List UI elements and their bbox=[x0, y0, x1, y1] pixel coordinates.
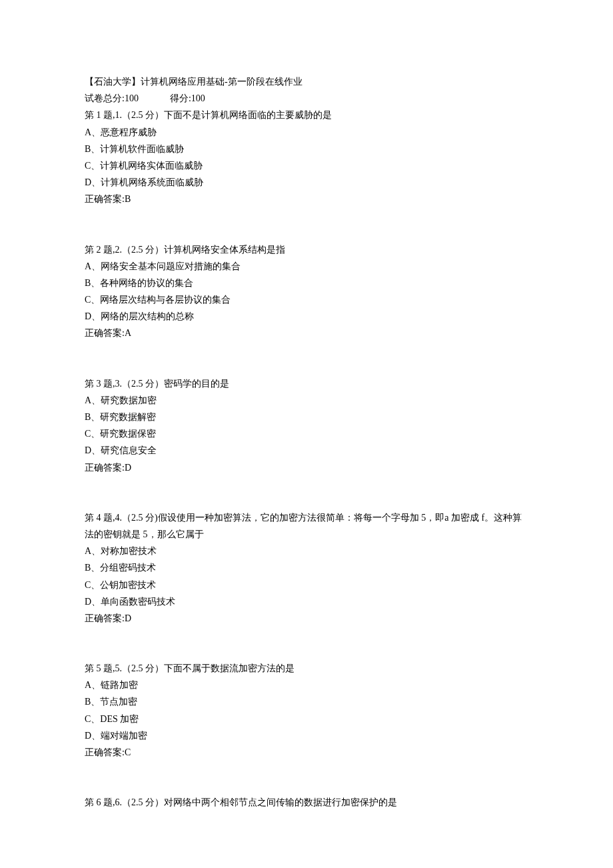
question-option: C、DES 加密 bbox=[85, 711, 528, 727]
score-line: 试卷总分:100 得分:100 bbox=[85, 90, 528, 107]
question-option: B、各种网络的协议的集合 bbox=[85, 275, 528, 291]
question-option: B、研究数据解密 bbox=[85, 409, 528, 425]
question-option: A、网络安全基本问题应对措施的集合 bbox=[85, 258, 528, 275]
document-title: 【石油大学】计算机网络应用基础-第一阶段在线作业 bbox=[85, 73, 528, 90]
question-option: C、网络层次结构与各层协议的集合 bbox=[85, 291, 528, 308]
question-answer: 正确答案:D bbox=[85, 610, 528, 627]
question-header: 第 2 题,2.（2.5 分）计算机网络安全体系结构是指 bbox=[85, 241, 528, 258]
obtained-score-label: 得分:100 bbox=[170, 93, 205, 103]
question-block: 第 5 题,5.（2.5 分）下面不属于数据流加密方法的是A、链路加密B、节点加… bbox=[85, 660, 528, 761]
question-block: 第 2 题,2.（2.5 分）计算机网络安全体系结构是指A、网络安全基本问题应对… bbox=[85, 241, 528, 342]
question-option: B、计算机软件面临威胁 bbox=[85, 141, 528, 157]
question-option: A、对称加密技术 bbox=[85, 543, 528, 559]
question-option: C、计算机网络实体面临威胁 bbox=[85, 157, 528, 174]
question-header: 第 5 题,5.（2.5 分）下面不属于数据流加密方法的是 bbox=[85, 660, 528, 677]
question-option: B、分组密码技术 bbox=[85, 559, 528, 576]
question-header: 第 1 题,1.（2.5 分）下面不是计算机网络面临的主要威胁的是 bbox=[85, 107, 528, 123]
question-option: D、网络的层次结构的总称 bbox=[85, 308, 528, 325]
question-header: 第 6 题,6.（2.5 分）对网络中两个相邻节点之间传输的数据进行加密保护的是 bbox=[85, 794, 528, 811]
question-block: 第 3 题,3.（2.5 分）密码学的目的是A、研究数据加密B、研究数据解密C、… bbox=[85, 375, 528, 476]
question-option: A、研究数据加密 bbox=[85, 392, 528, 409]
question-header: 第 4 题,4.（2.5 分)假设使用一种加密算法，它的加密方法很简单：将每一个… bbox=[85, 509, 528, 543]
question-option: B、节点加密 bbox=[85, 693, 528, 710]
question-answer: 正确答案:D bbox=[85, 459, 528, 476]
question-option: A、恶意程序威胁 bbox=[85, 124, 528, 141]
total-score-label: 试卷总分:100 bbox=[85, 93, 139, 103]
question-option: C、研究数据保密 bbox=[85, 425, 528, 442]
question-block: 第 4 题,4.（2.5 分)假设使用一种加密算法，它的加密方法很简单：将每一个… bbox=[85, 509, 528, 627]
question-block: 第 6 题,6.（2.5 分）对网络中两个相邻节点之间传输的数据进行加密保护的是 bbox=[85, 794, 528, 811]
question-header: 第 3 题,3.（2.5 分）密码学的目的是 bbox=[85, 375, 528, 392]
question-option: A、链路加密 bbox=[85, 677, 528, 693]
question-block: 第 1 题,1.（2.5 分）下面不是计算机网络面临的主要威胁的是A、恶意程序威… bbox=[85, 107, 528, 207]
question-answer: 正确答案:B bbox=[85, 191, 528, 207]
question-option: D、计算机网络系统面临威胁 bbox=[85, 174, 528, 191]
question-option: D、单向函数密码技术 bbox=[85, 593, 528, 610]
question-option: D、端对端加密 bbox=[85, 727, 528, 744]
question-answer: 正确答案:C bbox=[85, 744, 528, 761]
question-option: D、研究信息安全 bbox=[85, 442, 528, 459]
question-answer: 正确答案:A bbox=[85, 325, 528, 341]
question-option: C、公钥加密技术 bbox=[85, 577, 528, 593]
